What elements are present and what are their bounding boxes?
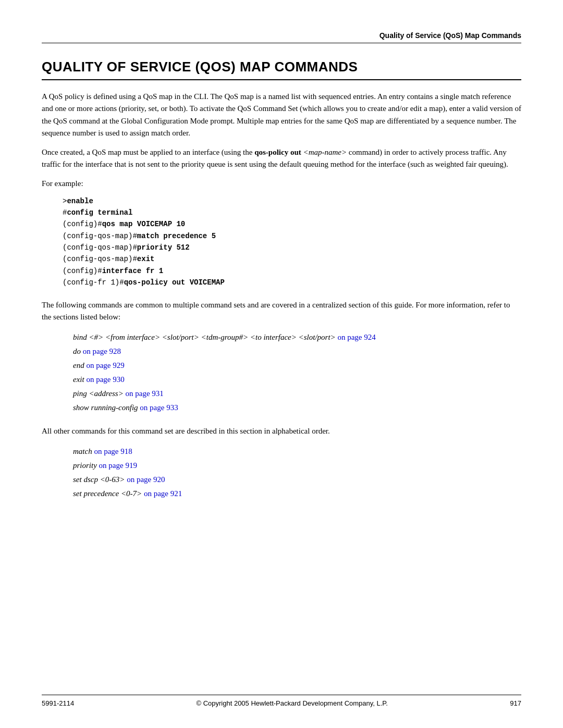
alpha-link-item-3: set dscp <0-63> on page 920 xyxy=(73,473,521,487)
common-link-anchor-3[interactable]: on page 929 xyxy=(86,361,124,369)
code-line-1: >enable xyxy=(63,195,521,207)
code-cmd-6: exit xyxy=(137,255,155,263)
code-line-4: (config-qos-map)#match precedence 5 xyxy=(63,230,521,242)
alpha-link-anchor-4[interactable]: on page 921 xyxy=(144,489,182,498)
common-link-item-1: bind <#> <from interface> <slot/port> <t… xyxy=(73,330,521,344)
code-cmd-7: interface fr 1 xyxy=(102,267,164,275)
common-link-item-3: end on page 929 xyxy=(73,359,521,373)
page-footer: 5991-2114 © Copyright 2005 Hewlett-Packa… xyxy=(42,695,521,707)
code-cmd-5: priority 512 xyxy=(137,243,190,252)
alpha-link-item-2: priority on page 919 xyxy=(73,459,521,473)
header-title: Quality of Service (QoS) Map Commands xyxy=(380,31,521,40)
common-link-item-2: do on page 928 xyxy=(73,344,521,359)
code-cmd-2: config terminal xyxy=(67,208,132,217)
for-example-label: For example: xyxy=(42,179,521,188)
common-link-item-4: exit on page 930 xyxy=(73,373,521,387)
common-link-anchor-1[interactable]: on page 924 xyxy=(337,333,375,341)
code-block: >enable #config terminal (config)#qos ma… xyxy=(63,195,521,289)
code-cmd-1: enable xyxy=(67,197,93,205)
common-link-italic-1: bind <#> <from interface> <slot/port> <t… xyxy=(73,333,336,341)
code-line-2: #config terminal xyxy=(63,207,521,218)
code-line-5: (config-qos-map)#priority 512 xyxy=(63,242,521,253)
page-header: Quality of Service (QoS) Map Commands xyxy=(42,31,521,43)
alpha-link-italic-3: set dscp <0-63> xyxy=(73,475,125,484)
common-link-anchor-2[interactable]: on page 928 xyxy=(83,347,121,355)
common-link-anchor-4[interactable]: on page 930 xyxy=(86,375,124,384)
alphabetical-text: All other commands for this command set … xyxy=(42,425,521,437)
common-link-anchor-5[interactable]: on page 931 xyxy=(126,389,164,398)
code-line-3: (config)#qos map VOICEMAP 10 xyxy=(63,218,521,230)
intro-p2-before: Once created, a QoS map must be applied … xyxy=(42,148,254,156)
common-link-item-6: show running-config on page 933 xyxy=(73,401,521,415)
common-link-italic-3: end xyxy=(73,361,84,369)
code-prompt-4: (config-qos-map)# xyxy=(63,232,137,240)
code-prompt-6: (config-qos-map)# xyxy=(63,255,137,263)
intro-p2-bold: qos-policy out xyxy=(254,148,301,156)
alpha-link-italic-2: priority xyxy=(73,461,97,470)
code-line-6: (config-qos-map)#exit xyxy=(63,253,521,265)
footer-center: © Copyright 2005 Hewlett-Packard Develop… xyxy=(196,699,388,707)
code-cmd-3: qos map VOICEMAP 10 xyxy=(102,220,186,228)
alpha-link-item-1: match on page 918 xyxy=(73,445,521,459)
common-links-list: bind <#> <from interface> <slot/port> <t… xyxy=(73,330,521,415)
common-link-italic-5: ping <address> xyxy=(73,389,124,398)
code-prompt-5: (config-qos-map)# xyxy=(63,243,137,252)
code-line-7: (config)#interface fr 1 xyxy=(63,265,521,277)
code-prompt-3: (config)# xyxy=(63,220,102,228)
page-container: Quality of Service (QoS) Map Commands Qu… xyxy=(0,0,563,728)
code-prompt-8: (config-fr 1)# xyxy=(63,278,124,287)
alpha-link-anchor-2[interactable]: on page 919 xyxy=(99,461,137,470)
intro-paragraph-1: A QoS policy is defined using a QoS map … xyxy=(42,91,521,139)
footer-right: 917 xyxy=(510,699,521,707)
intro-p2-italic: <map-name> xyxy=(301,148,347,156)
chapter-title: Quality of Service (QoS) Map Commands xyxy=(42,59,521,80)
alpha-link-italic-4: set precedence <0-7> xyxy=(73,489,142,498)
code-cmd-4: match precedence 5 xyxy=(137,232,216,240)
code-cmd-8: qos-policy out VOICEMAP xyxy=(124,278,225,287)
alpha-links-list: match on page 918 priority on page 919 s… xyxy=(73,445,521,501)
common-commands-text: The following commands are common to mul… xyxy=(42,299,521,324)
alpha-link-italic-1: match xyxy=(73,447,92,455)
code-prompt-7: (config)# xyxy=(63,267,102,275)
common-link-italic-6: show running-config xyxy=(73,403,138,412)
common-link-anchor-6[interactable]: on page 933 xyxy=(140,403,178,412)
common-link-italic-4: exit xyxy=(73,375,84,384)
footer-left: 5991-2114 xyxy=(42,699,74,707)
common-link-item-5: ping <address> on page 931 xyxy=(73,387,521,401)
common-link-italic-2: do xyxy=(73,347,81,355)
intro-paragraph-2: Once created, a QoS map must be applied … xyxy=(42,146,521,171)
alpha-link-anchor-3[interactable]: on page 920 xyxy=(127,475,165,484)
code-line-8: (config-fr 1)#qos-policy out VOICEMAP xyxy=(63,277,521,288)
alpha-link-anchor-1[interactable]: on page 918 xyxy=(94,447,132,455)
alpha-link-item-4: set precedence <0-7> on page 921 xyxy=(73,487,521,501)
chapter-title-text: Quality of Service (QoS) Map Commands xyxy=(42,59,358,75)
